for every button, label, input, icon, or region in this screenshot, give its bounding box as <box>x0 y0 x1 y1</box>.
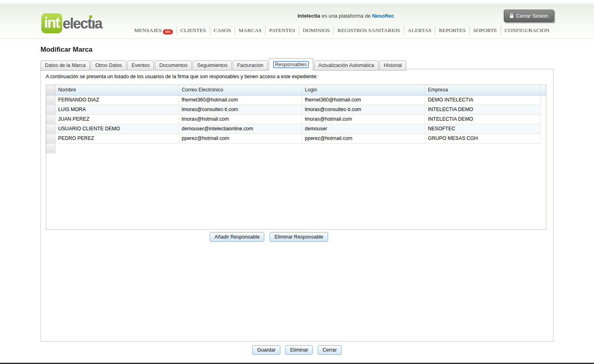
logout-label: Cerrar Sesion <box>516 13 548 19</box>
row-selector[interactable] <box>47 124 55 133</box>
cell-empresa[interactable]: INTELECTIA DEMO <box>425 105 541 114</box>
nav-item-clientes[interactable]: CLIENTES <box>176 26 210 35</box>
tab-eventos[interactable]: Eventos <box>127 61 154 71</box>
platform-note-middle: es una plataforma de <box>320 13 372 19</box>
cell-correo[interactable]: lmoras@consultec-ti.com <box>179 105 302 114</box>
save-button[interactable]: Guardar <box>252 345 280 355</box>
nav-label: MARCAS <box>239 27 262 34</box>
header-bar: int electıa Intelectia es una plataforma… <box>0 4 594 39</box>
grid-actions: Añadir Responsable Eliminar Responsable <box>41 232 553 242</box>
tab-facturacion[interactable]: Facturación <box>233 61 268 71</box>
cell-correo[interactable]: fhernet360@hotmail.com <box>179 95 302 105</box>
logo-box-text: int <box>44 14 59 31</box>
tab-datos-de-la-marca[interactable]: Datos de la Marca <box>41 61 90 71</box>
cell-nombre[interactable]: USUARIO CLIENTE DEMO <box>55 124 179 133</box>
nav-label: ALERTAS <box>407 27 431 34</box>
footer-actions: Guardar Eliminar Cerrar <box>0 345 594 355</box>
nav-label: REPORTES <box>439 27 466 34</box>
platform-note: Intelectia es una plataforma de Nesoftec <box>298 13 394 19</box>
logo-tail-start: elect <box>63 15 91 32</box>
nav-item-soporte[interactable]: SOPORTE <box>469 26 501 35</box>
platform-note-brand: Intelectia <box>298 13 320 19</box>
logout-button[interactable]: Cerrar Sesion <box>504 10 554 22</box>
nav-item-patentes[interactable]: PATENTES <box>265 26 299 35</box>
nav-item-dominios[interactable]: DOMINIOS <box>299 26 334 35</box>
cell-nombre[interactable]: LUIS MORA <box>55 105 179 114</box>
cell-nombre[interactable]: PEDRO PEREZ <box>55 133 179 143</box>
cell-empresa[interactable]: INTELECTIA DEMO <box>425 114 541 124</box>
row-selector[interactable] <box>47 114 55 124</box>
row-selector[interactable] <box>47 95 55 105</box>
tab-label: Seguimientos <box>197 63 227 68</box>
table-row[interactable]: PEDRO PEREZ pperez@hotmail.com pperez@ho… <box>47 133 546 143</box>
tab-label: Responsables <box>273 61 309 68</box>
nav-label: DOMINIOS <box>303 27 330 34</box>
cell-empresa[interactable]: NESOFTEC <box>425 124 541 133</box>
close-button[interactable]: Cerrar <box>318 345 341 355</box>
row-gutter <box>541 95 546 105</box>
tab-historial[interactable]: Historial <box>379 61 406 71</box>
tab-actualizacion-automatica[interactable]: Actualización Automática <box>314 61 379 71</box>
row-gutter <box>541 133 546 143</box>
cell-correo[interactable]: demouser@intelectiaonline.com <box>179 124 302 133</box>
tab-documentos[interactable]: Documentos <box>155 61 192 71</box>
cell-empresa[interactable]: GRUPO MESAS CGH <box>425 133 541 143</box>
cell-empresa[interactable]: DEMO INTELECTIA <box>425 95 541 105</box>
nav-item-configuracion[interactable]: CONFIGURACION <box>501 26 553 35</box>
add-responsable-button[interactable]: Añadir Responsable <box>210 232 265 242</box>
cell-login[interactable]: fhernet360@hotmail.com <box>302 95 425 105</box>
cell-nombre[interactable]: FERNANDO DIAZ <box>55 95 179 105</box>
responsables-grid: Nombre Correo Electrónico Login Empresa … <box>46 85 546 230</box>
column-header-nombre[interactable]: Nombre <box>55 85 179 95</box>
nav-item-mensajes[interactable]: MENSAJES 101 <box>131 25 176 36</box>
responsables-panel: A continuación se presenta un listado de… <box>41 69 553 342</box>
delete-button[interactable]: Eliminar <box>285 345 313 355</box>
lock-icon <box>509 13 514 18</box>
cell-login[interactable]: lmoras@hotmail.com <box>302 114 425 124</box>
tab-label: Eventos <box>132 63 150 68</box>
row-gutter <box>541 124 546 133</box>
table-row[interactable]: USUARIO CLIENTE DEMO demouser@intelectia… <box>47 124 546 133</box>
nav-label: PATENTES <box>269 27 295 34</box>
cell-login[interactable]: lmoras@consultec-ti.com <box>302 105 425 114</box>
nav-item-marcas[interactable]: MARCAS <box>235 26 265 35</box>
empty-cell <box>55 143 546 153</box>
cell-login[interactable]: demouser <box>302 124 425 133</box>
remove-responsable-button[interactable]: Eliminar Responsable <box>270 232 328 242</box>
tab-responsables-active[interactable]: Responsables <box>269 58 313 71</box>
header-scrollbar-gutter <box>541 85 546 95</box>
column-header-empresa[interactable]: Empresa <box>425 85 541 95</box>
row-selector[interactable] <box>47 105 55 114</box>
row-selector[interactable] <box>47 133 55 143</box>
logo-tail-end: a <box>95 15 102 32</box>
unread-messages-badge: 101 <box>163 29 173 34</box>
logo-green-box-icon: int <box>41 13 62 33</box>
nav-item-reportes[interactable]: REPORTES <box>435 26 469 35</box>
cell-correo[interactable]: pperez@hotmail.com <box>179 133 302 143</box>
main-nav: MENSAJES 101 CLIENTES CASOS MARCAS PATEN… <box>131 25 553 36</box>
nav-label: REGISTROS SANITARIOS <box>337 27 400 34</box>
table-row[interactable]: JUAN PEREZ lmoras@hotmail.com lmoras@hot… <box>47 114 546 124</box>
table-row[interactable]: LUIS MORA lmoras@consultec-ti.com lmoras… <box>47 105 546 114</box>
nav-label: CONFIGURACION <box>505 27 549 34</box>
nav-item-alertas[interactable]: ALERTAS <box>403 26 435 35</box>
tab-label: Historial <box>384 63 402 68</box>
column-header-correo[interactable]: Correo Electrónico <box>179 85 302 95</box>
tab-label: Documentos <box>159 63 187 68</box>
column-header-login[interactable]: Login <box>302 85 425 95</box>
cell-nombre[interactable]: JUAN PEREZ <box>55 114 179 124</box>
nav-label: MENSAJES <box>134 27 162 34</box>
nav-item-registros-sanitarios[interactable]: REGISTROS SANITARIOS <box>333 26 403 35</box>
panel-description: A continuación se presenta un listado de… <box>46 74 318 79</box>
intelectia-logo[interactable]: int electıa <box>41 13 102 33</box>
logo-wordmark: electıa <box>63 14 102 33</box>
cell-login[interactable]: pperez@hotmail.com <box>302 133 425 143</box>
tab-otros-datos[interactable]: Otros Datos <box>91 61 126 71</box>
nav-item-casos[interactable]: CASOS <box>210 26 235 35</box>
table-row[interactable]: FERNANDO DIAZ fhernet360@hotmail.com fhe… <box>47 95 546 105</box>
cell-correo[interactable]: lmoras@hotmail.com <box>179 114 302 124</box>
row-gutter <box>541 114 546 124</box>
nesoftec-link[interactable]: Nesoftec <box>372 13 394 19</box>
tab-seguimientos[interactable]: Seguimientos <box>193 61 232 71</box>
nav-label: CLIENTES <box>180 27 206 34</box>
